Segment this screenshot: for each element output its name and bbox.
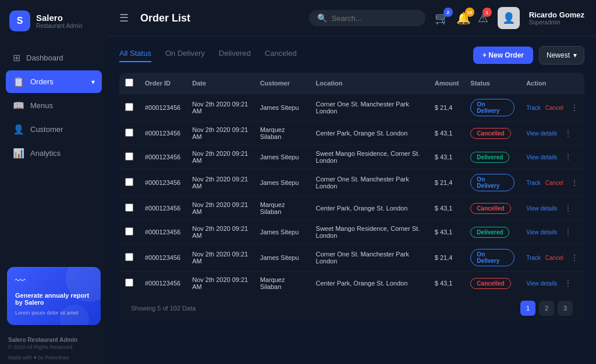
customer: Marquez Silaban — [254, 272, 310, 295]
cancel-action[interactable]: Cancel — [545, 105, 563, 111]
sidebar-item-orders[interactable]: 📋 Orders ▾ — [6, 70, 102, 93]
location: Center Park, Orange St. London — [310, 272, 429, 295]
more-options-button[interactable]: ⋮ — [564, 227, 572, 237]
order-id: #000123456 — [139, 94, 186, 122]
action-cell: TrackCancel⋮ — [520, 94, 584, 122]
status-badge: On Delivery — [470, 99, 515, 116]
amount: $ 43,1 — [429, 272, 465, 295]
date: Nov 2th 2020 09:21 AM — [186, 145, 254, 169]
action-cell: View details⋮ — [520, 272, 584, 295]
new-order-button[interactable]: + New Order — [473, 47, 533, 64]
menu-toggle-button[interactable]: ☰ — [119, 12, 129, 24]
more-options-button[interactable]: ⋮ — [564, 152, 572, 162]
track-action[interactable]: Track — [526, 180, 541, 186]
status-badge: On Delivery — [470, 174, 515, 191]
filter-label: Newest — [547, 51, 570, 59]
date: Nov 2th 2020 09:21 AM — [186, 220, 254, 244]
tab-canceled[interactable]: Canceled — [265, 49, 297, 62]
date: Nov 2th 2020 09:21 AM — [186, 94, 254, 122]
row-checkbox[interactable] — [125, 253, 133, 261]
view-details-action[interactable]: View details — [526, 205, 557, 212]
more-options-button[interactable]: ⋮ — [564, 279, 572, 288]
sidebar-item-dashboard[interactable]: ⊞ Dashboard — [6, 47, 102, 69]
action-cell: View details⋮ — [520, 145, 584, 169]
cancel-action[interactable]: Cancel — [545, 180, 563, 186]
cart-icon-badge[interactable]: 🛒 2 — [435, 11, 449, 25]
table-footer: Showing 5 of 102 Data 1 2 3 — [119, 295, 584, 322]
track-action[interactable]: Track — [526, 255, 541, 261]
menus-icon: 📖 — [13, 100, 24, 111]
amount: $ 43,1 — [429, 197, 465, 220]
status-badge: Cancelled — [470, 278, 510, 289]
sidebar-item-customer[interactable]: 👤 Customer — [6, 118, 102, 141]
page-btn-2[interactable]: 2 — [539, 301, 554, 316]
page-btn-1[interactable]: 1 — [520, 301, 535, 316]
cancel-action[interactable]: Cancel — [545, 255, 563, 261]
view-details-action[interactable]: View details — [526, 154, 557, 160]
more-options-button[interactable]: ⋮ — [564, 204, 572, 213]
sidebar-item-label: Menus — [30, 101, 53, 110]
tab-delivered[interactable]: Delivered — [219, 49, 251, 62]
view-details-action[interactable]: View details — [526, 130, 557, 137]
order-id: #000123456 — [139, 197, 186, 220]
row-checkbox[interactable] — [125, 129, 133, 137]
amount: $ 43,1 — [429, 145, 465, 169]
date: Nov 2th 2020 09:21 AM — [186, 244, 254, 272]
action-cell: TrackCancel⋮ — [520, 244, 584, 272]
page-title: Order List — [140, 12, 300, 24]
filter-button[interactable]: Newest ▾ — [539, 46, 584, 65]
status-cell: On Delivery — [464, 169, 520, 197]
action-cell: View details⋮ — [520, 220, 584, 244]
status-badge: Cancelled — [470, 203, 510, 214]
location: Center Park, Orange St. London — [310, 122, 429, 145]
table-row: #000123456Nov 2th 2020 09:21 AMJames Sit… — [119, 94, 584, 122]
select-all-checkbox[interactable] — [125, 78, 133, 87]
sidebar-nav: ⊞ Dashboard 📋 Orders ▾ 📖 Menus 👤 Custome… — [0, 42, 108, 261]
more-options-button[interactable]: ⋮ — [564, 129, 572, 138]
status-cell: Cancelled — [464, 197, 520, 220]
chevron-down-icon: ▾ — [91, 78, 95, 86]
row-checkbox[interactable] — [125, 152, 133, 160]
col-action: Action — [520, 73, 584, 94]
bell-icon-badge[interactable]: 🔔 18 — [456, 11, 471, 25]
action-cell: View details⋮ — [520, 197, 584, 220]
row-checkbox[interactable] — [125, 227, 133, 235]
top-actions: + New Order Newest ▾ — [473, 46, 584, 65]
view-details-action[interactable]: View details — [526, 229, 557, 235]
orders-table: Order ID Date Customer Location Amount S… — [119, 73, 584, 295]
sidebar-item-analytics[interactable]: 📊 Analytics — [6, 142, 102, 165]
footer-title: Salero Restaurant Admin — [8, 337, 100, 343]
status-cell: On Delivery — [464, 244, 520, 272]
alert-badge: 1 — [483, 8, 492, 17]
date: Nov 2th 2020 09:21 AM — [186, 272, 254, 295]
row-checkbox[interactable] — [125, 204, 133, 212]
logo-subtitle: Restaurant Admin — [36, 23, 83, 29]
main-content: ☰ Order List 🔍 🛒 2 🔔 18 ⚠ 1 👤 Ricardo Go… — [108, 0, 596, 364]
alert-icon-badge[interactable]: ⚠ 1 — [478, 11, 488, 25]
page-btn-3[interactable]: 3 — [558, 301, 573, 316]
customer: James Sitepu — [254, 169, 310, 197]
row-checkbox[interactable] — [125, 279, 133, 287]
action-cell: TrackCancel⋮ — [520, 169, 584, 197]
amount: $ 43,1 — [429, 220, 465, 244]
customer: Marquez Silaban — [254, 122, 310, 145]
tab-all-status[interactable]: All Status — [119, 49, 151, 62]
more-options-button[interactable]: ⋮ — [570, 253, 579, 262]
view-details-action[interactable]: View details — [526, 280, 557, 287]
more-options-button[interactable]: ⋮ — [570, 178, 579, 187]
amount: $ 43,1 — [429, 122, 465, 145]
row-checkbox[interactable] — [125, 103, 133, 111]
search-input[interactable] — [332, 14, 413, 23]
tab-on-delivery[interactable]: On Delivery — [165, 49, 205, 62]
col-amount: Amount — [429, 73, 465, 94]
table-row: #000123456Nov 2th 2020 09:21 AMMarquez S… — [119, 122, 584, 145]
date: Nov 2th 2020 09:21 AM — [186, 169, 254, 197]
table-row: #000123456Nov 2th 2020 09:21 AMMarquez S… — [119, 197, 584, 220]
sidebar-item-menus[interactable]: 📖 Menus — [6, 94, 102, 117]
track-action[interactable]: Track — [526, 105, 541, 111]
top-bar: All Status On Delivery Delivered Cancele… — [119, 46, 584, 65]
more-options-button[interactable]: ⋮ — [570, 103, 579, 112]
row-checkbox[interactable] — [125, 178, 133, 186]
order-id: #000123456 — [139, 122, 186, 145]
table-row: #000123456Nov 2th 2020 09:21 AMJames Sit… — [119, 169, 584, 197]
